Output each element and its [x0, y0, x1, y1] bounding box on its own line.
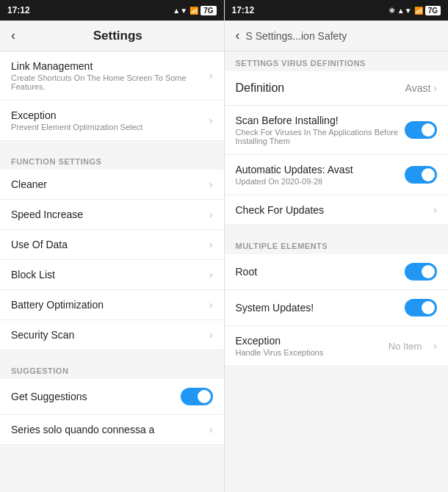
security-scan-item[interactable]: Security Scan › — [0, 320, 224, 350]
series-title: Series solo quando connessa a — [11, 424, 203, 435]
battery-left: 7G — [200, 6, 216, 15]
speed-increase-title: Speed Increase — [11, 209, 203, 220]
no-item-label: No Item — [389, 341, 422, 352]
status-bar-right: 17:12 ⚛ ▲▼ 📶 7G — [225, 0, 449, 21]
exception-right-item[interactable]: Exception Handle Virus Exceptions No Ite… — [225, 326, 449, 366]
block-list-item[interactable]: Block List › — [0, 260, 224, 290]
virus-definitions-label: SETTINGS VIRUS DEFINITIONS — [225, 51, 449, 71]
series-chevron: › — [209, 424, 213, 435]
exception-chevron: › — [209, 115, 213, 126]
exception-right-chevron: › — [433, 340, 437, 352]
check-updates-item[interactable]: Check For Updates › — [225, 195, 449, 225]
get-suggestions-toggle[interactable] — [181, 388, 213, 405]
right-header: ‹ S Settings...ion Safety — [225, 21, 449, 51]
definition-chevron: › — [433, 82, 437, 94]
battery-optimization-title: Battery Optimization — [11, 299, 203, 311]
left-header: ‹ Settings — [0, 21, 224, 51]
security-scan-title: Security Scan — [11, 329, 203, 341]
link-management-subtitle: Create Shortcuts On The Home Screen To S… — [11, 73, 203, 91]
scan-before-install-toggle[interactable] — [405, 121, 437, 139]
signal-icon-left: ▲▼ — [173, 7, 187, 15]
definition-title: Definition — [236, 82, 285, 95]
exception-right-subtitle: Handle Virus Exceptions — [236, 348, 389, 357]
security-scan-chevron: › — [209, 329, 213, 341]
right-panel-content: SETTINGS VIRUS DEFINITIONS Definition Av… — [225, 51, 449, 492]
use-of-data-title: Use Of Data — [11, 239, 203, 250]
root-title: Root — [236, 266, 405, 278]
scan-before-install-subtitle: Check For Viruses In The Applications Be… — [236, 128, 405, 145]
series-item[interactable]: Series solo quando connessa a › — [0, 415, 224, 445]
right-panel: 17:12 ⚛ ▲▼ 📶 7G ‹ S Settings...ion Safet… — [225, 0, 449, 492]
left-panel: 17:12 ▲▼ 📶 7G ‹ Settings Link Management… — [0, 0, 225, 492]
time-left: 17:12 — [7, 5, 30, 15]
automatic-updates-title: Automatic Updates: Avast — [236, 164, 405, 176]
use-of-data-chevron: › — [209, 239, 213, 250]
status-bar-left: 17:12 ▲▼ 📶 7G — [0, 0, 224, 21]
spacer-1 — [0, 141, 224, 150]
time-right: 17:12 — [232, 5, 255, 15]
spacer-right-1 — [225, 225, 449, 234]
left-panel-content: Link Management Create Shortcuts On The … — [0, 51, 224, 492]
exception-title: Exception — [11, 109, 203, 121]
link-management-title: Link Management — [11, 60, 203, 72]
signal-icon-right: ▲▼ — [397, 7, 412, 15]
automatic-updates-subtitle: Updated On 2020-09-28 — [236, 177, 405, 186]
system-updates-item[interactable]: System Updates! — [225, 290, 449, 326]
root-toggle[interactable] — [405, 263, 437, 281]
link-management-item[interactable]: Link Management Create Shortcuts On The … — [0, 51, 224, 101]
root-item[interactable]: Root — [225, 254, 449, 290]
speed-increase-chevron: › — [209, 209, 213, 220]
cleaner-title: Cleaner — [11, 178, 203, 190]
multiple-elements-label: MULTIPLE ELEMENTS — [225, 234, 449, 254]
automatic-updates-toggle[interactable] — [405, 166, 437, 184]
left-panel-title: Settings — [23, 29, 213, 43]
check-updates-title: Check For Updates — [236, 204, 428, 216]
use-of-data-item[interactable]: Use Of Data › — [0, 230, 224, 260]
battery-optimization-item[interactable]: Battery Optimization › — [0, 290, 224, 320]
definition-item[interactable]: Definition Avast › — [225, 71, 449, 106]
definition-value: Avast — [405, 82, 431, 94]
get-suggestions-title: Get Suggestions — [11, 391, 181, 402]
battery-right: 7G — [425, 6, 441, 15]
cleaner-item[interactable]: Cleaner › — [0, 170, 224, 200]
system-updates-toggle[interactable] — [405, 299, 437, 316]
link-management-chevron: › — [209, 70, 213, 82]
system-updates-title: System Updates! — [236, 302, 405, 314]
scan-before-install-title: Scan Before Installing! — [236, 115, 405, 126]
function-settings-label: Function Settings — [0, 150, 224, 170]
exception-subtitle: Prevent Element Optimization Select — [11, 123, 203, 131]
exception-item[interactable]: Exception Prevent Element Optimization S… — [0, 101, 224, 141]
bluetooth-icon-right: ⚛ — [389, 7, 395, 15]
back-button-right[interactable]: ‹ — [236, 28, 240, 43]
back-button-left[interactable]: ‹ — [11, 28, 15, 43]
automatic-updates-item[interactable]: Automatic Updates: Avast Updated On 2020… — [225, 155, 449, 195]
speed-increase-item[interactable]: Speed Increase › — [0, 200, 224, 230]
status-icons-right: ⚛ ▲▼ 📶 7G — [389, 6, 441, 15]
battery-optimization-chevron: › — [209, 299, 213, 311]
spacer-2 — [0, 350, 224, 359]
check-updates-chevron: › — [433, 204, 437, 216]
suggestion-label: SUGGESTION — [0, 359, 224, 379]
block-list-chevron: › — [209, 269, 213, 281]
wifi-icon-left: 📶 — [189, 7, 198, 15]
cleaner-chevron: › — [209, 178, 213, 190]
get-suggestions-item[interactable]: Get Suggestions — [0, 379, 224, 415]
scan-before-install-item[interactable]: Scan Before Installing! Check For Viruse… — [225, 106, 449, 155]
breadcrumb: S Settings...ion Safety — [246, 30, 347, 42]
status-icons-left: ▲▼ 📶 7G — [173, 6, 216, 15]
wifi-icon-right: 📶 — [414, 7, 423, 15]
block-list-title: Block List — [11, 269, 203, 281]
exception-right-title: Exception — [236, 335, 389, 347]
